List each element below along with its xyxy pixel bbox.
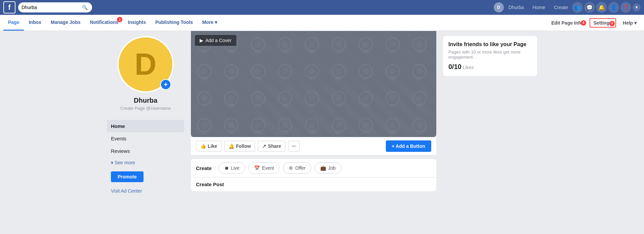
- follow-icon: 🔔: [229, 143, 234, 149]
- page-tab[interactable]: Page: [3, 15, 24, 31]
- user-avatar-letter: D: [497, 5, 500, 10]
- publishing-tools-tab[interactable]: Publishing Tools: [151, 15, 198, 31]
- sidebar-nav: Home Events Reviews ▾ See more Promote V…: [107, 120, 184, 196]
- invite-friends-card: Invite friends to like your Page Pages w…: [443, 36, 537, 76]
- messenger-icon[interactable]: 💬: [584, 2, 595, 13]
- more-actions-button[interactable]: ···: [288, 141, 299, 152]
- search-box: 🔍: [18, 2, 92, 12]
- create-tabs: Create ⏺ Live 📅 Event ⚙ Offer 💼 Job: [191, 159, 436, 177]
- create-label: Create: [196, 162, 212, 174]
- invite-description: Pages with 10 or more likes get more eng…: [448, 49, 532, 60]
- account-dropdown-icon[interactable]: ▼: [633, 3, 641, 11]
- page-nav-right: Edit Page Info 4 Settings 4 Help ▾: [547, 18, 641, 28]
- notifications-badge: 1: [117, 17, 122, 22]
- chevron-down-icon: ▾: [111, 160, 113, 165]
- inbox-tab[interactable]: Inbox: [24, 15, 46, 31]
- see-more-button[interactable]: ▾ See more: [107, 157, 184, 168]
- profile-username[interactable]: Create Page @Username: [120, 106, 171, 111]
- top-nav-right: 👥 💬 🔔 👤 ❓ ▼: [572, 2, 641, 13]
- right-sidebar: Invite friends to like your Page Pages w…: [440, 31, 540, 201]
- edit-page-info-badge: 4: [581, 20, 586, 26]
- job-button[interactable]: 💼 Job: [315, 162, 341, 174]
- add-photo-button[interactable]: +: [160, 79, 171, 90]
- help-icon[interactable]: ❓: [620, 2, 631, 13]
- sidebar-item-reviews[interactable]: Reviews: [107, 145, 184, 157]
- live-button[interactable]: ⏺ Live: [218, 162, 245, 174]
- share-button[interactable]: ↗ Share: [258, 141, 285, 152]
- page-nav-left: Page Inbox Manage Jobs Notifications 1 I…: [3, 15, 547, 31]
- create-section: Create ⏺ Live 📅 Event ⚙ Offer 💼 Job: [191, 159, 436, 191]
- offer-icon: ⚙: [289, 165, 293, 171]
- follow-button[interactable]: 🔔 Follow: [224, 141, 255, 152]
- profile-avatar-container: D +: [117, 36, 174, 93]
- edit-page-info-button[interactable]: Edit Page Info 4: [547, 18, 587, 28]
- profile-initial: D: [135, 47, 157, 82]
- video-camera-icon: ▶: [200, 38, 203, 43]
- nav-home-link[interactable]: Home: [529, 2, 549, 13]
- manage-jobs-tab[interactable]: Manage Jobs: [46, 15, 85, 31]
- settings-button[interactable]: Settings 4: [590, 18, 616, 28]
- profile-name: Dhurba: [134, 97, 157, 104]
- likes-count: 0/10 Likes: [448, 63, 532, 71]
- notifications-tab[interactable]: Notifications 1: [85, 15, 123, 31]
- cover-pattern-svg: [191, 31, 436, 137]
- bell-icon[interactable]: 🔔: [596, 2, 607, 13]
- top-nav-left: f 🔍: [3, 1, 494, 13]
- like-icon: 👍: [200, 143, 206, 149]
- like-button[interactable]: 👍 Like: [196, 141, 222, 152]
- add-cover-button[interactable]: ▶ Add a Cover: [195, 35, 236, 46]
- main-content: D + Dhurba Create Page @Username Home Ev…: [104, 31, 540, 201]
- create-post-label: Create Post: [191, 177, 436, 191]
- visit-ad-center-link[interactable]: Visit Ad Center: [107, 186, 184, 196]
- profile-section: D + Dhurba Create Page @Username: [107, 36, 184, 120]
- job-icon: 💼: [320, 165, 326, 171]
- add-button-cta[interactable]: + Add a Button: [386, 140, 431, 152]
- friends-icon[interactable]: 👥: [572, 2, 583, 13]
- live-icon: ⏺: [224, 165, 229, 171]
- add-friend-icon[interactable]: 👤: [608, 2, 619, 13]
- help-button[interactable]: Help ▾: [619, 18, 641, 28]
- cover-photo: ▶ Add a Cover: [191, 31, 436, 137]
- invite-title: Invite friends to like your Page: [448, 41, 532, 47]
- left-sidebar: D + Dhurba Create Page @Username Home Ev…: [104, 31, 188, 201]
- event-icon: 📅: [254, 165, 260, 171]
- facebook-logo[interactable]: f: [3, 1, 15, 13]
- share-icon: ↗: [262, 143, 266, 149]
- offer-button[interactable]: ⚙ Offer: [283, 162, 311, 174]
- page-navigation: Page Inbox Manage Jobs Notifications 1 I…: [0, 15, 644, 31]
- nav-user-name[interactable]: Dhurba: [505, 2, 528, 13]
- search-input[interactable]: [22, 5, 82, 10]
- nav-create-link[interactable]: Create: [550, 2, 572, 13]
- sidebar-item-events[interactable]: Events: [107, 132, 184, 145]
- settings-badge: 4: [609, 21, 615, 26]
- action-bar: 👍 Like 🔔 Follow ↗ Share ··· + Add a Butt…: [191, 137, 436, 156]
- top-navigation: f 🔍 D Dhurba Home Create 👥 💬 🔔 👤 ❓ ▼: [0, 0, 644, 15]
- user-avatar[interactable]: D: [494, 2, 504, 12]
- promote-button[interactable]: Promote: [111, 171, 144, 182]
- top-nav-center: D Dhurba Home Create: [494, 2, 572, 13]
- svg-rect-3: [191, 31, 436, 137]
- event-button[interactable]: 📅 Event: [248, 162, 280, 174]
- action-left: 👍 Like 🔔 Follow ↗ Share ···: [196, 141, 299, 152]
- insights-tab[interactable]: Insights: [123, 15, 151, 31]
- sidebar-item-home[interactable]: Home: [107, 120, 184, 132]
- center-content: ▶ Add a Cover 👍 Like 🔔 Follow ↗ Share: [188, 31, 440, 201]
- search-icon[interactable]: 🔍: [82, 5, 88, 10]
- more-tab[interactable]: More ▾: [198, 15, 222, 31]
